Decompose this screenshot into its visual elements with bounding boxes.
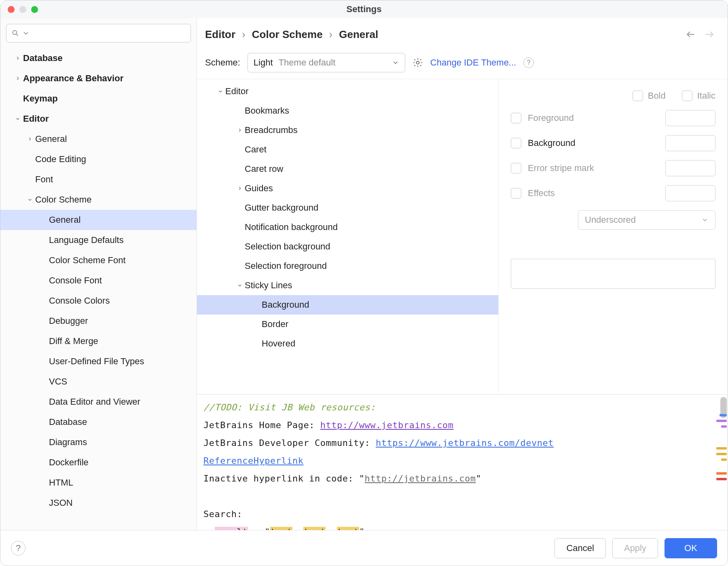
apply-button[interactable]: Apply — [612, 538, 658, 558]
nav-item-label: HTML — [49, 477, 73, 488]
attribute-pane: Bold Italic Foreground Background Error … — [499, 79, 728, 394]
scheme-tree-item[interactable]: Background — [197, 295, 498, 315]
nav-item[interactable]: Diagrams — [0, 432, 197, 452]
scheme-tree-item[interactable]: Guides — [197, 179, 498, 198]
nav-item[interactable]: Diff & Merge — [0, 331, 197, 351]
nav-item[interactable]: Language Defaults — [0, 230, 197, 250]
ok-button[interactable]: OK — [665, 538, 717, 558]
breadcrumb-sep: › — [329, 28, 333, 41]
scheme-tree-item[interactable]: Hovered — [197, 334, 498, 353]
breadcrumb-color-scheme[interactable]: Color Scheme — [252, 28, 323, 41]
chevron-down-icon — [392, 59, 399, 66]
search-icon — [11, 29, 19, 37]
nav-forward-icon[interactable] — [704, 29, 715, 40]
nav-item[interactable]: General — [0, 129, 197, 149]
scheme-tree-item[interactable]: Gutter background — [197, 198, 498, 218]
scheme-tree-item[interactable]: Bookmarks — [197, 101, 498, 120]
nav-item-label: Database — [49, 417, 87, 427]
nav-item[interactable]: Dockerfile — [0, 452, 197, 473]
color-preview-swatch — [511, 259, 715, 289]
nav-item[interactable]: Debugger — [0, 311, 197, 331]
scheme-tree-item[interactable]: Sticky Lines — [197, 276, 498, 295]
scheme-tree-item[interactable]: Caret — [197, 140, 498, 159]
nav-item-label: General — [49, 215, 80, 225]
nav-item[interactable]: Font — [0, 169, 197, 190]
preview-link[interactable]: https://www.jetbrains.com/devnet — [376, 438, 554, 448]
foreground-swatch[interactable] — [665, 110, 715, 126]
nav-item[interactable]: Color Scheme — [0, 190, 197, 210]
nav-item[interactable]: JSON — [0, 493, 197, 513]
nav-item[interactable]: Console Font — [0, 270, 197, 291]
scheme-tree-item[interactable]: Breadcrumbs — [197, 120, 498, 140]
preview-line: JetBrains Home Page: http://www.jetbrain… — [203, 420, 454, 430]
foreground-checkbox[interactable] — [511, 113, 521, 123]
chevron-right-icon — [235, 127, 245, 133]
chevron-down-icon — [701, 216, 709, 224]
nav-item[interactable]: General — [0, 210, 197, 230]
scheme-tree-item[interactable]: Editor — [197, 82, 498, 101]
scheme-select[interactable]: Light Theme default — [248, 53, 405, 72]
nav-item-label: VCS — [49, 376, 67, 387]
nav-item[interactable]: Database — [0, 412, 197, 432]
nav-item[interactable]: Database — [0, 48, 197, 68]
scheme-tree-label: Caret — [245, 144, 267, 155]
nav-item[interactable]: Editor — [0, 109, 197, 129]
nav-item[interactable]: HTML — [0, 473, 197, 493]
error-stripe-swatch[interactable] — [665, 160, 715, 176]
help-button[interactable]: ? — [11, 541, 25, 555]
scheme-tree-item[interactable]: Caret row — [197, 159, 498, 179]
error-stripe-gutter — [715, 395, 728, 530]
scheme-tree-item[interactable]: Notification background — [197, 218, 498, 237]
nav-item[interactable]: Color Scheme Font — [0, 250, 197, 270]
nav-item[interactable]: VCS — [0, 372, 197, 392]
scheme-tree-label: Sticky Lines — [245, 280, 292, 291]
settings-tree[interactable]: DatabaseAppearance & BehaviorKeymapEdito… — [0, 46, 197, 517]
preview-todo: //TODO: Visit JB Web resources: — [203, 402, 376, 412]
background-checkbox[interactable] — [511, 138, 521, 148]
nav-item-label: Color Scheme Font — [49, 255, 126, 266]
color-scheme-tree[interactable]: EditorBookmarksBreadcrumbsCaretCaret row… — [197, 79, 499, 394]
nav-item-label: Language Defaults — [49, 235, 124, 245]
change-theme-link[interactable]: Change IDE Theme... — [430, 57, 516, 68]
search-input[interactable] — [6, 24, 191, 42]
italic-checkbox[interactable] — [682, 91, 692, 101]
preview-line: JetBrains Developer Community: https://w… — [203, 438, 554, 448]
background-swatch[interactable] — [665, 135, 715, 151]
nav-item[interactable]: Code Editing — [0, 149, 197, 169]
settings-content: Editor › Color Scheme › General Scheme: … — [197, 18, 728, 530]
effects-checkbox[interactable] — [511, 188, 521, 199]
cancel-button[interactable]: Cancel — [554, 538, 605, 558]
gear-icon[interactable] — [413, 57, 423, 68]
svg-point-0 — [13, 30, 17, 34]
preview-link[interactable]: ReferenceHyperlink — [203, 456, 303, 466]
nav-item[interactable]: Data Editor and Viewer — [0, 392, 197, 412]
help-icon[interactable]: ? — [523, 57, 534, 68]
effects-type-select[interactable]: Underscored — [578, 210, 715, 230]
chevron-right-icon — [13, 76, 23, 81]
scheme-tree-item[interactable]: Border — [197, 315, 498, 334]
nav-item[interactable]: Keymap — [0, 89, 197, 109]
scheme-value: Light — [254, 57, 273, 68]
preview-search-label: Search: — [203, 509, 242, 519]
nav-item[interactable]: Console Colors — [0, 291, 197, 311]
breadcrumb-editor[interactable]: Editor — [205, 28, 235, 41]
breadcrumb-general: General — [339, 28, 378, 41]
breadcrumb-sep: › — [242, 28, 245, 41]
nav-item-label: Console Font — [49, 275, 102, 286]
nav-item[interactable]: User-Defined File Types — [0, 351, 197, 372]
titlebar: Settings — [0, 0, 728, 18]
nav-item-label: Diff & Merge — [49, 336, 98, 346]
bold-checkbox[interactable] — [633, 91, 643, 101]
error-stripe-checkbox[interactable] — [511, 163, 521, 173]
nav-back-icon[interactable] — [686, 29, 696, 40]
preview-link[interactable]: http://www.jetbrains.com — [320, 420, 454, 430]
nav-item[interactable]: Appearance & Behavior — [0, 68, 197, 89]
effects-swatch[interactable] — [665, 185, 715, 201]
scheme-tree-item[interactable]: Selection background — [197, 237, 498, 256]
scheme-tree-item[interactable]: Selection foreground — [197, 256, 498, 276]
nav-item-label: Color Scheme — [35, 194, 91, 205]
scheme-tree-label: Background — [262, 300, 309, 310]
chevron-down-icon — [216, 89, 225, 94]
nav-item-label: User-Defined File Types — [49, 356, 144, 367]
nav-item-label: Diagrams — [49, 437, 87, 448]
